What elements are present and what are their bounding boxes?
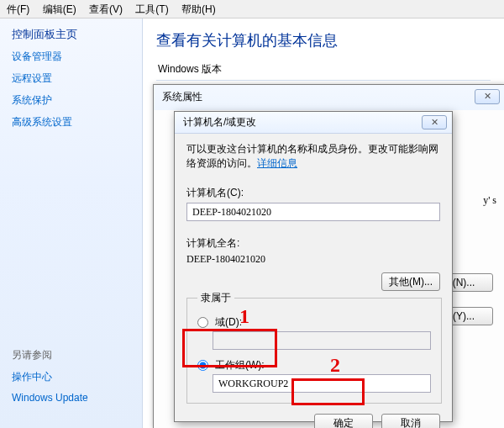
input-computer-name[interactable] [186,203,440,221]
button-other[interactable]: 其他(M)... [381,272,440,291]
label-computer-name: 计算机名(C): [186,186,440,200]
label-workgroup: 工作组(W): [215,358,265,373]
button-ok[interactable]: 确定 [314,414,373,428]
sidebar-link-remote-settings[interactable]: 远程设置 [12,71,130,86]
label-domain: 域(D): [215,315,242,330]
sidebar-link-windows-update[interactable]: Windows Update [12,392,88,404]
menu-view[interactable]: 查看(V) [84,0,128,19]
sidebar-seealso-heading: 另请参阅 [12,348,88,362]
menu-edit[interactable]: 编辑(E) [38,0,81,19]
fragment-ys: y' s [483,194,496,207]
label-full-name: 计算机全名: [186,236,440,251]
section-windows-edition: Windows 版本 [156,62,491,77]
legend-member-of: 隶属于 [197,291,234,305]
button-cancel[interactable]: 取消 [381,414,440,428]
dialog-sysprops-title: 系统属性 [162,90,202,104]
page-title: 查看有关计算机的基本信息 [156,30,491,50]
radio-workgroup[interactable] [197,360,208,371]
dialog-computer-name-domain: 计算机名/域更改 ✕ 可以更改这台计算机的名称和成员身份。更改可能影响网络资源的… [174,111,453,422]
dialog-description: 可以更改这台计算机的名称和成员身份。更改可能影响网络资源的访问。详细信息 [186,142,440,171]
top-menu: 件(F) 编辑(E) 查看(V) 工具(T) 帮助(H) [0,0,504,18]
sidebar-link-action-center[interactable]: 操作中心 [12,370,88,384]
sidebar: 控制面板主页 设备管理器 远程设置 系统保护 高级系统设置 另请参阅 操作中心 … [0,18,143,428]
value-full-name: DEEP-1804021020 [186,253,440,266]
input-workgroup[interactable] [213,374,431,393]
link-details[interactable]: 详细信息 [257,157,297,169]
menu-file[interactable]: 件(F) [2,0,34,19]
sidebar-link-device-manager[interactable]: 设备管理器 [12,50,130,64]
dialog-inner-title: 计算机名/域更改 [183,115,256,129]
menu-tools[interactable]: 工具(T) [130,0,173,19]
radio-domain[interactable] [197,317,208,328]
close-icon[interactable]: ✕ [475,89,500,104]
sidebar-link-advanced-settings[interactable]: 高级系统设置 [12,115,130,129]
sidebar-heading: 控制面板主页 [12,27,130,42]
menu-help[interactable]: 帮助(H) [176,0,221,19]
sidebar-link-system-protection[interactable]: 系统保护 [12,93,130,108]
fieldset-member-of: 隶属于 域(D): 工作组(W): [186,291,442,404]
close-icon[interactable]: ✕ [422,115,447,129]
input-domain [213,331,431,350]
